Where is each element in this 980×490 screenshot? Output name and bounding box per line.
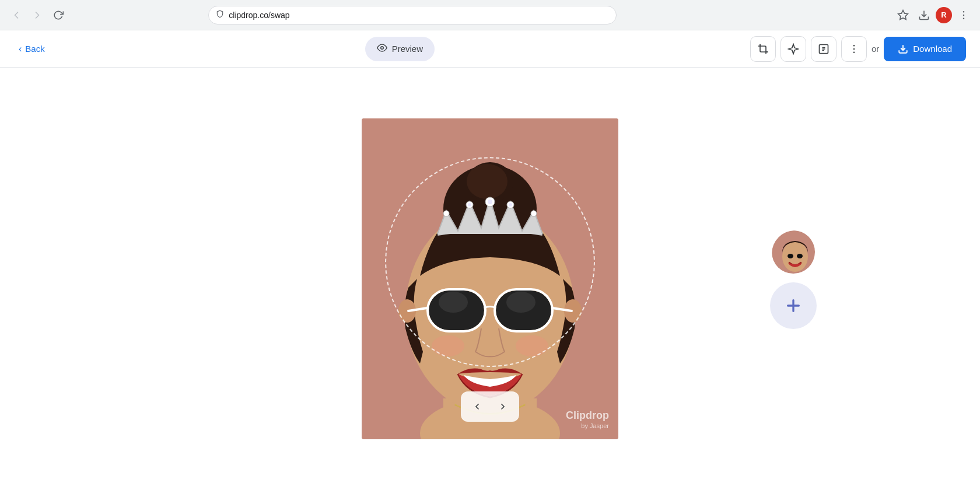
svg-point-24	[439, 292, 468, 313]
forward-nav-button[interactable]	[28, 6, 47, 24]
svg-point-25	[506, 292, 536, 313]
svg-point-31	[516, 335, 548, 356]
svg-point-10	[853, 48, 855, 50]
back-nav-button[interactable]	[7, 6, 26, 24]
back-button[interactable]: ‹ Back	[14, 41, 50, 57]
crop-tool-button[interactable]	[750, 36, 776, 62]
svg-point-43	[797, 254, 803, 258]
svg-point-3	[963, 14, 965, 16]
svg-point-4	[963, 18, 965, 19]
navigation-arrows	[461, 391, 519, 422]
face-thumbnail-1[interactable]	[770, 229, 817, 275]
address-bar[interactable]: clipdrop.co/swap	[208, 6, 617, 24]
svg-point-11	[853, 51, 855, 53]
back-label: Back	[25, 44, 44, 54]
svg-point-37	[488, 200, 492, 204]
star-button[interactable]	[894, 6, 912, 24]
svg-point-9	[853, 44, 855, 46]
image-canvas[interactable]: Clipdrop by Jasper	[362, 118, 618, 439]
svg-marker-0	[898, 10, 908, 19]
preview-label: Preview	[392, 44, 423, 54]
back-chevron-icon: ‹	[19, 44, 22, 54]
prev-arrow-button[interactable]	[466, 395, 489, 418]
main-canvas-area: Clipdrop by Jasper	[0, 68, 980, 490]
svg-point-42	[788, 254, 793, 258]
svg-point-39	[509, 203, 512, 206]
svg-point-41	[782, 242, 808, 272]
add-face-button[interactable]	[770, 282, 817, 329]
or-text: or	[872, 44, 879, 54]
app-toolbar: ‹ Back Preview or	[0, 30, 980, 68]
browser-download-button[interactable]	[915, 6, 933, 24]
download-button[interactable]: Download	[884, 37, 966, 61]
svg-point-2	[963, 10, 965, 12]
url-text: clipdrop.co/swap	[229, 10, 609, 20]
next-arrow-button[interactable]	[491, 395, 514, 418]
svg-point-19	[467, 164, 508, 199]
profile-avatar[interactable]: R	[936, 7, 952, 23]
reload-button[interactable]	[49, 6, 68, 24]
eye-icon	[377, 43, 387, 55]
security-icon	[216, 10, 224, 20]
svg-point-30	[432, 335, 464, 356]
svg-point-5	[380, 46, 383, 49]
edit-tool-button[interactable]	[811, 36, 836, 62]
magic-tool-button[interactable]	[780, 36, 806, 62]
svg-point-35	[443, 211, 449, 216]
download-label: Download	[913, 44, 952, 54]
browser-menu-button[interactable]	[954, 6, 973, 24]
svg-point-38	[468, 203, 471, 206]
preview-button[interactable]: Preview	[365, 37, 435, 61]
face-panel	[770, 229, 817, 329]
more-options-button[interactable]	[841, 36, 867, 62]
svg-point-36	[531, 211, 537, 216]
